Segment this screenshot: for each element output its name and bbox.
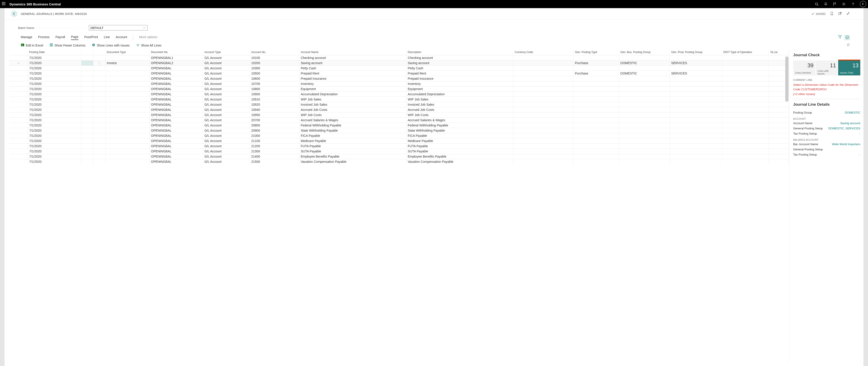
cell-gen-posting-type[interactable] — [574, 76, 619, 81]
cell-account-name[interactable]: SUTA Payable — [299, 149, 406, 154]
cell-document-type[interactable] — [105, 149, 149, 154]
cell-gen-posting-type[interactable] — [574, 66, 619, 71]
collapse-icon[interactable] — [846, 12, 850, 16]
cell-description[interactable]: FUTA Payable — [406, 143, 513, 149]
cell-gen-prod-posting-group[interactable] — [670, 159, 722, 164]
cell-account-name[interactable]: FUTA Payable — [299, 143, 406, 149]
cell-account-no[interactable]: 10500 — [250, 71, 299, 76]
cell-description[interactable]: Accrued Job Costs — [406, 107, 513, 112]
cell-gen-prod-posting-group[interactable] — [670, 76, 722, 81]
cell-tax-liable[interactable] — [769, 107, 789, 112]
col-account-type[interactable]: Account Type — [203, 50, 250, 55]
col-currency-code[interactable]: Currency Code — [513, 50, 574, 55]
col-gen-prod-posting-group[interactable]: Gen. Prod. Posting Group — [670, 50, 722, 55]
cell-gen-prod-posting-group[interactable]: SERVICES — [670, 61, 722, 66]
cell-diot-type[interactable] — [722, 143, 769, 149]
cell-account-no[interactable]: 10910 — [250, 97, 299, 102]
cell-account-name[interactable]: Prepaid Insurance — [299, 76, 406, 81]
cell-account-no[interactable]: 10900 — [250, 92, 299, 97]
cell-account-no[interactable]: 10950 — [250, 112, 299, 118]
cell-posting-date[interactable]: 7/1/2020 — [28, 81, 81, 87]
tile-lines-checked[interactable]: 39 Lines checked — [793, 61, 815, 75]
cell-gen-bus-posting-group[interactable] — [619, 55, 670, 61]
cell-account-name[interactable]: WIP Job Sales — [299, 97, 406, 102]
cell-currency-code[interactable] — [513, 112, 574, 118]
cell-posting-date[interactable]: 7/1/2020 — [28, 149, 81, 154]
cell-document-no[interactable]: OPENINGBAL2 — [149, 61, 203, 66]
cell-account-no[interactable]: 10200 — [250, 61, 299, 66]
cell-posting-date[interactable]: 7/1/2020 — [28, 138, 81, 143]
row-menu-icon[interactable]: ⋮ — [93, 61, 105, 66]
bell-icon[interactable] — [824, 2, 828, 6]
cell-gen-posting-type[interactable]: Purchase — [574, 71, 619, 76]
cell-document-no[interactable]: OPENINGBAL — [149, 128, 203, 133]
cell-document-no[interactable]: OPENINGBAL — [149, 159, 203, 164]
cell-gen-prod-posting-group[interactable] — [670, 133, 722, 138]
cell-account-no[interactable]: 20800 — [250, 123, 299, 128]
cell-document-type[interactable] — [105, 123, 149, 128]
col-gen-posting-type[interactable]: Gen. Posting Type — [574, 50, 619, 55]
cell-account-name[interactable]: WIP Job Costs — [299, 112, 406, 118]
cell-description[interactable]: Employee Benefits Payable — [406, 154, 513, 159]
cell-document-type[interactable] — [105, 97, 149, 102]
cell-posting-date[interactable]: 7/1/2020 — [28, 61, 81, 66]
table-row[interactable]: 7/1/2020OPENINGBALG/L Account10800Equipm… — [9, 87, 789, 92]
cell-gen-prod-posting-group[interactable] — [670, 112, 722, 118]
cell-gen-posting-type[interactable] — [574, 55, 619, 61]
cell-diot-type[interactable] — [722, 138, 769, 143]
cell-account-name[interactable]: Vacation Compensation Payable — [299, 159, 406, 164]
batch-name-input[interactable] — [90, 26, 135, 30]
cell-tax-liable[interactable] — [769, 149, 789, 154]
cell-account-type[interactable]: G/L Account — [203, 102, 250, 107]
cell-diot-type[interactable] — [722, 118, 769, 123]
cell-description[interactable]: Prepaid Rent — [406, 71, 513, 76]
cell-currency-code[interactable] — [513, 128, 574, 133]
cell-document-type[interactable] — [105, 81, 149, 87]
cell-description[interactable]: Prepaid Insurance — [406, 76, 513, 81]
tile-issues-total[interactable]: 13 Issues Total — [838, 61, 860, 75]
cell-account-type[interactable]: G/L Account — [203, 97, 250, 102]
cell-gen-posting-type[interactable] — [574, 92, 619, 97]
app-launcher-icon[interactable] — [2, 2, 5, 6]
table-row[interactable]: 7/1/2020OPENINGBALG/L Account10910WIP Jo… — [9, 97, 789, 102]
cell-account-name[interactable]: Invoiced Job Sales — [299, 102, 406, 107]
cell-currency-code[interactable] — [513, 97, 574, 102]
table-row[interactable]: 7/1/2020OPENINGBALG/L Account10600Prepai… — [9, 76, 789, 81]
cell-account-no[interactable]: 10940 — [250, 107, 299, 112]
table-row[interactable]: 7/1/2020OPENINGBALG/L Account10940Accrue… — [9, 107, 789, 112]
col-document-no[interactable]: Document No. — [149, 50, 203, 55]
cell-currency-code[interactable] — [513, 143, 574, 149]
cell-gen-bus-posting-group[interactable] — [619, 118, 670, 123]
cell-account-type[interactable]: G/L Account — [203, 107, 250, 112]
cell-currency-code[interactable] — [513, 123, 574, 128]
cell-account-no[interactable]: 21500 — [250, 159, 299, 164]
cell-account-name[interactable]: Medicare Payable — [299, 138, 406, 143]
cell-posting-date[interactable]: 7/1/2020 — [28, 97, 81, 102]
cell-diot-type[interactable] — [722, 133, 769, 138]
cell-gen-posting-type[interactable] — [574, 143, 619, 149]
cell-document-type[interactable] — [105, 102, 149, 107]
cell-document-type[interactable]: Invoice — [105, 61, 149, 66]
cell-posting-date[interactable]: 7/1/2020 — [28, 159, 81, 164]
cell-account-no[interactable]: 20700 — [250, 118, 299, 123]
cell-account-type[interactable]: G/L Account — [203, 118, 250, 123]
action-edit-in-excel[interactable]: X Edit in Excel — [21, 43, 43, 47]
cell-document-type[interactable] — [105, 92, 149, 97]
table-row[interactable]: 7/1/2020OPENINGBALG/L Account21300SUTA P… — [9, 149, 789, 154]
cell-account-name[interactable]: Prepaid Rent — [299, 71, 406, 76]
cell-gen-bus-posting-group[interactable] — [619, 97, 670, 102]
cell-currency-code[interactable] — [513, 76, 574, 81]
cell-diot-type[interactable] — [722, 149, 769, 154]
cell-gen-bus-posting-group[interactable]: DOMESTIC — [619, 71, 670, 76]
cell-gen-bus-posting-group[interactable] — [619, 81, 670, 87]
cell-gen-prod-posting-group[interactable] — [670, 128, 722, 133]
cell-gen-posting-type[interactable] — [574, 154, 619, 159]
kv-value[interactable]: DOMESTIC, SERVICES — [829, 127, 860, 130]
cell-account-no[interactable]: 10600 — [250, 76, 299, 81]
cell-diot-type[interactable] — [722, 81, 769, 87]
cell-description[interactable]: Saving account — [406, 61, 513, 66]
back-button[interactable] — [11, 10, 18, 17]
cell-currency-code[interactable] — [513, 81, 574, 87]
kv-value[interactable]: Wide World Importers — [832, 142, 860, 146]
cell-gen-bus-posting-group[interactable] — [619, 133, 670, 138]
